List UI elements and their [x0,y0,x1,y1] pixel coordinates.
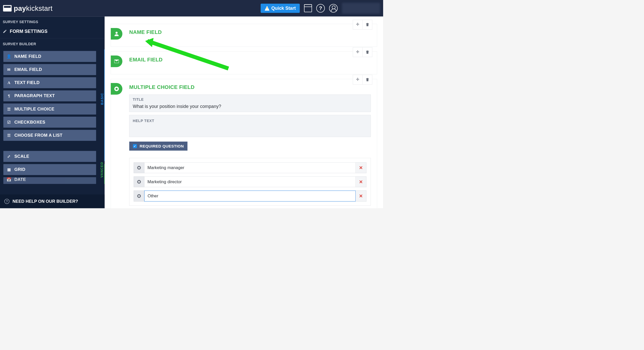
mail-icon: ✉ [7,67,11,72]
move-button[interactable] [353,47,363,57]
sidebar-item-checkboxes[interactable]: ☑CHECKBOXES [3,117,96,128]
option-input[interactable]: Other [144,190,356,201]
field-actions [353,20,372,30]
sidebar-help-label: NEED HELP ON OUR BUILDER? [13,199,78,204]
sidebar-item-date[interactable]: 📅DATE [3,177,96,184]
field-actions [353,47,372,57]
user-menu[interactable] [342,3,380,14]
user-icon: 👤 [7,54,11,59]
form-settings-label: FORM SETTINGS [10,29,48,34]
title-input-group: TITLE What is your position inside your … [129,95,371,112]
sidebar-item-text-field[interactable]: ATEXT FIELD [3,77,96,88]
sidebar-section-survey-settings: SURVEY SETTINGS [0,16,105,26]
tab-basic[interactable]: BASIC [100,93,104,105]
trash-icon [365,78,370,82]
list-icon: ☰ [7,107,11,111]
quick-start-label: Quick Start [271,6,296,11]
title-input[interactable]: What is your position inside your compan… [133,104,367,109]
sidebar-item-label: PARAGRAPH TEXT [14,94,55,98]
logo-badge-icon [3,5,12,12]
marketplace-icon[interactable] [304,4,312,12]
field-title: EMAIL FIELD [129,57,371,63]
move-button[interactable] [353,75,363,85]
option-radio-handle[interactable] [134,177,145,187]
move-icon [355,50,360,54]
sidebar-item-email-field[interactable]: ✉EMAIL FIELD [3,64,96,75]
move-icon [355,22,360,27]
help-text-input-group: HELP TEXT [129,115,371,137]
calendar-icon: 📅 [7,177,11,182]
option-row: Marketing director ✕ [134,177,366,187]
option-delete-button[interactable]: ✕ [356,162,366,173]
field-title: NAME FIELD [129,29,371,35]
option-input[interactable]: Marketing manager [144,162,356,173]
sidebar-item-label: DATE [14,177,26,182]
pencil-icon [3,29,7,34]
move-icon [355,77,360,82]
option-row: Other ✕ [134,190,366,201]
field-badge-email [111,56,122,67]
sidebar-help-link[interactable]: ? NEED HELP ON OUR BUILDER? [0,195,105,208]
svg-point-1 [116,32,118,34]
sidebar-field-list: 👤NAME FIELD ✉EMAIL FIELD ATEXT FIELD ¶PA… [0,48,99,184]
option-row: Marketing manager ✕ [134,162,366,173]
svg-point-3 [116,88,118,90]
delete-button[interactable] [363,20,372,30]
radio-icon [137,180,141,183]
sidebar-item-scale[interactable]: ⤢SCALE [3,151,96,162]
help-text-label: HELP TEXT [133,119,367,123]
sidebar-item-choose-from-list[interactable]: ☰CHOOSE FROM A LIST [3,130,96,141]
sidebar-item-form-settings[interactable]: FORM SETTINGS [0,26,105,38]
tab-advanced[interactable]: VANCED [100,162,104,178]
sidebar-category-tabs: BASIC VANCED [99,48,105,184]
field-block-email[interactable]: EMAIL FIELD [111,51,377,74]
close-icon: ✕ [359,165,363,170]
sidebar-item-label: EMAIL FIELD [14,67,42,72]
paragraph-icon: ¶ [7,94,11,98]
sidebar-item-grid[interactable]: ▦GRID [3,164,96,175]
sidebar-item-label: CHECKBOXES [14,120,45,125]
close-icon: ✕ [359,193,363,199]
checkbox-icon: ☑ [7,120,11,124]
help-icon[interactable]: ? [316,4,325,12]
field-badge-name [111,28,122,40]
sidebar-item-label: CHOOSE FROM A LIST [14,133,62,138]
option-delete-button[interactable]: ✕ [356,190,366,201]
checkbox-checked-icon: ✓ [133,144,137,148]
close-icon: ✕ [359,179,363,185]
option-input[interactable]: Marketing director [144,177,356,187]
top-bar: paykickstart Quick Start ? [0,0,383,16]
field-block-multiple-choice[interactable]: MULTIPLE CHOICE FIELD TITLE What is your… [111,79,377,208]
brand-text: paykickstart [14,4,53,12]
account-icon[interactable] [329,4,338,12]
text-icon: A [7,80,11,85]
move-button[interactable] [353,20,363,30]
sidebar-item-multiple-choice[interactable]: ☰MULTIPLE CHOICE [3,104,96,115]
delete-button[interactable] [363,47,372,57]
radio-icon [137,194,141,198]
quick-start-button[interactable]: Quick Start [261,4,300,13]
sidebar-item-label: GRID [14,167,25,172]
radio-icon [113,86,120,92]
scale-icon: ⤢ [7,154,11,159]
field-block-name[interactable]: NAME FIELD [111,24,377,47]
question-icon: ? [4,199,10,204]
canvas: NAME FIELD EMAIL FIELD [105,16,383,208]
option-delete-button[interactable]: ✕ [356,177,366,187]
trash-icon [365,50,370,54]
required-question-toggle[interactable]: ✓ REQUIRED QUESTION [129,142,187,151]
title-label: TITLE [133,97,367,102]
help-text-input[interactable] [133,123,367,128]
option-radio-handle[interactable] [134,190,145,201]
sidebar-item-name-field[interactable]: 👤NAME FIELD [3,51,96,62]
field-badge-multiple-choice [111,83,122,95]
brand-logo[interactable]: paykickstart [3,4,53,12]
delete-button[interactable] [363,75,372,85]
top-actions: Quick Start ? [261,3,380,14]
sidebar-item-paragraph-text[interactable]: ¶PARAGRAPH TEXT [3,90,96,102]
sidebar-item-label: SCALE [14,154,29,159]
sidebar-item-label: MULTIPLE CHOICE [14,107,54,112]
sidebar: SURVEY SETTINGS FORM SETTINGS SURVEY BUI… [0,16,105,208]
option-radio-handle[interactable] [134,162,145,173]
list-icon: ☰ [7,133,11,137]
